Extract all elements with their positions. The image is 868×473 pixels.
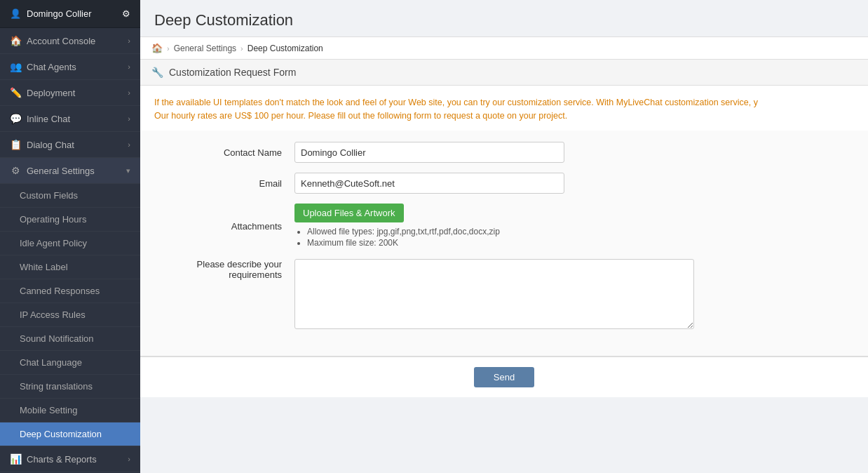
sidebar-sub-item-ip-access-rules[interactable]: IP Access Rules: [0, 303, 140, 327]
sidebar-header: 👤 Domingo Collier ⚙: [0, 0, 140, 28]
page-title: Deep Customization: [154, 11, 854, 29]
breadcrumb-sep-1: ›: [167, 44, 170, 53]
sidebar-sub-item-white-label[interactable]: White Label: [0, 255, 140, 279]
settings-gear-icon[interactable]: ⚙: [122, 8, 130, 19]
content-area: 🔧 Customization Request Form If the avai…: [140, 60, 868, 473]
user-info: 👤 Domingo Collier: [10, 8, 91, 19]
file-info: Allowed file types: jpg,gif,png,txt,rtf,…: [294, 227, 500, 249]
requirements-textarea[interactable]: [294, 259, 694, 329]
sidebar-item-account-console[interactable]: 🏠 Account Console ›: [0, 28, 140, 54]
inline-chat-icon: 💬: [10, 113, 21, 124]
contact-name-label: Contact Name: [154, 147, 294, 158]
chat-agents-label: Chat Agents: [27, 62, 76, 72]
sidebar-sub-item-canned-responses[interactable]: Canned Responses: [0, 279, 140, 303]
sidebar: 👤 Domingo Collier ⚙ 🏠 Account Console › …: [0, 0, 140, 473]
send-bar: Send: [140, 357, 868, 397]
general-settings-arrow: ▾: [126, 166, 130, 175]
breadcrumb-sep-2: ›: [240, 44, 243, 53]
sidebar-item-general-settings[interactable]: ⚙ General Settings ▾: [0, 158, 140, 184]
deployment-arrow: ›: [128, 88, 130, 97]
breadcrumb-general-settings[interactable]: General Settings: [174, 44, 236, 53]
sidebar-sub-item-deep-customization[interactable]: Deep Customization: [0, 422, 140, 446]
charts-reports-label: Charts & Reports: [27, 454, 97, 465]
section-title: Customization Request Form: [169, 67, 296, 78]
sidebar-item-inline-chat[interactable]: 💬 Inline Chat ›: [0, 106, 140, 132]
chat-agents-arrow: ›: [128, 62, 130, 71]
section-card: 🔧 Customization Request Form If the avai…: [140, 60, 868, 357]
send-button[interactable]: Send: [474, 367, 534, 387]
general-settings-label: General Settings: [27, 166, 95, 176]
username-label: Domingo Collier: [27, 8, 91, 19]
email-label: Email: [154, 178, 294, 189]
account-console-arrow: ›: [128, 36, 130, 45]
sidebar-sub-item-chat-language[interactable]: Chat Language: [0, 351, 140, 375]
dialog-chat-arrow: ›: [128, 140, 130, 149]
attachments-label: Attachments: [154, 221, 294, 232]
info-text-line1: If the available UI templates don't matc…: [140, 86, 868, 109]
main-content: Deep Customization 🏠 › General Settings …: [140, 0, 868, 473]
account-console-icon: 🏠: [10, 35, 21, 46]
sidebar-item-chat-agents[interactable]: 👥 Chat Agents ›: [0, 54, 140, 80]
chat-agents-icon: 👥: [10, 61, 21, 72]
sidebar-item-charts-reports[interactable]: 📊 Charts & Reports ›: [0, 446, 140, 472]
breadcrumb: 🏠 › General Settings › Deep Customizatio…: [140, 37, 868, 60]
home-icon[interactable]: 🏠: [151, 43, 163, 53]
contact-name-input[interactable]: [294, 142, 564, 163]
email-input[interactable]: [294, 173, 564, 194]
inline-chat-label: Inline Chat: [27, 114, 70, 124]
user-avatar-icon: 👤: [10, 8, 21, 19]
sidebar-sub-item-mobile-setting[interactable]: Mobile Setting: [0, 399, 140, 422]
upload-files-button[interactable]: Upload Files & Artwork: [294, 204, 404, 222]
form-body: Contact Name Email Attachments Upload Fi…: [140, 131, 868, 356]
file-types-info: Allowed file types: jpg,gif,png,txt,rtf,…: [307, 227, 500, 236]
dialog-chat-icon: 📋: [10, 139, 21, 150]
sidebar-item-dialog-chat[interactable]: 📋 Dialog Chat ›: [0, 132, 140, 158]
general-settings-icon: ⚙: [10, 165, 21, 176]
charts-reports-icon: 📊: [10, 453, 21, 465]
attachments-container: Upload Files & Artwork Allowed file type…: [294, 204, 500, 249]
sidebar-sub-item-idle-agent-policy[interactable]: Idle Agent Policy: [0, 232, 140, 255]
email-row: Email: [154, 173, 854, 194]
attachments-row: Attachments Upload Files & Artwork Allow…: [154, 204, 854, 249]
deployment-label: Deployment: [27, 88, 75, 98]
sidebar-sub-item-sound-notification[interactable]: Sound Notification: [0, 327, 140, 351]
page-title-bar: Deep Customization: [140, 0, 868, 37]
inline-chat-arrow: ›: [128, 114, 130, 123]
breadcrumb-deep-customization: Deep Customization: [247, 44, 323, 53]
sidebar-item-deployment[interactable]: ✏️ Deployment ›: [0, 80, 140, 106]
info-text-line2: Our hourly rates are US$ 100 per hour. P…: [140, 109, 868, 131]
sidebar-sub-item-custom-fields[interactable]: Custom Fields: [0, 184, 140, 208]
requirements-row: Please describe your requirements: [154, 259, 854, 329]
charts-reports-arrow: ›: [128, 455, 130, 463]
requirements-label: Please describe your requirements: [154, 259, 294, 280]
account-console-label: Account Console: [27, 36, 95, 46]
section-header: 🔧 Customization Request Form: [140, 60, 868, 86]
sidebar-sub-item-string-translations[interactable]: String translations: [0, 375, 140, 399]
contact-name-row: Contact Name: [154, 142, 854, 163]
max-size-info: Maximum file size: 200K: [307, 238, 500, 248]
sidebar-sub-item-operating-hours[interactable]: Operating Hours: [0, 208, 140, 232]
wrench-icon: 🔧: [151, 67, 163, 78]
deployment-icon: ✏️: [10, 87, 21, 98]
dialog-chat-label: Dialog Chat: [27, 140, 74, 150]
